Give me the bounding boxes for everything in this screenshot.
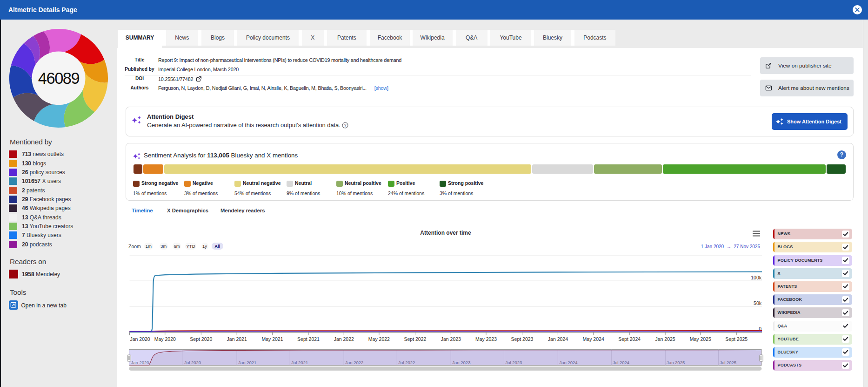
svg-text:46089: 46089 [38, 69, 80, 87]
svg-text:?: ? [344, 122, 347, 127]
svg-text:Sept 2021: Sept 2021 [297, 336, 320, 342]
svg-text:May 2022: May 2022 [368, 336, 390, 342]
svg-text:Sept 2022: Sept 2022 [404, 336, 426, 342]
svg-text:Jan 2020: Jan 2020 [131, 360, 149, 365]
svg-text:Jan 2025: Jan 2025 [655, 336, 675, 342]
svg-text:50k: 50k [754, 300, 762, 306]
svg-text:Jan 2022: Jan 2022 [334, 336, 354, 342]
svg-text:Jan 2023: Jan 2023 [441, 336, 461, 342]
svg-text:May 2021: May 2021 [261, 336, 283, 342]
svg-text:May 2024: May 2024 [583, 336, 604, 342]
svg-text:May 2023: May 2023 [475, 336, 497, 342]
svg-text:May 2025: May 2025 [690, 336, 711, 342]
svg-text:Sept 2023: Sept 2023 [511, 336, 534, 342]
svg-text:Jan 2020: Jan 2020 [130, 336, 150, 342]
svg-text:Sept 2020: Sept 2020 [190, 336, 212, 342]
svg-text:100k: 100k [751, 275, 762, 280]
svg-text:Sept 2024: Sept 2024 [618, 336, 641, 342]
svg-text:Jan 2021: Jan 2021 [227, 336, 247, 342]
svg-text:Jan 2024: Jan 2024 [548, 336, 568, 342]
svg-text:Sept 2025: Sept 2025 [725, 336, 748, 342]
svg-text:May 2020: May 2020 [154, 336, 176, 342]
